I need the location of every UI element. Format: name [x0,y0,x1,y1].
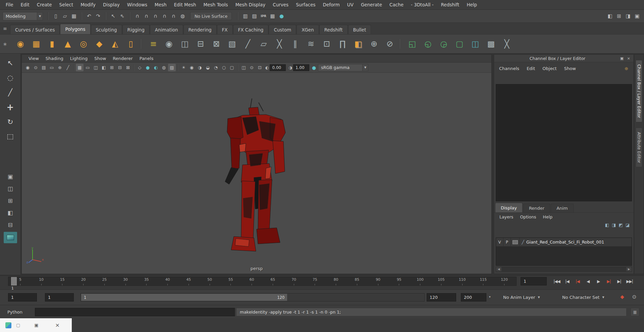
extract-icon[interactable]: ⊠ [210,38,223,50]
shelf-tab[interactable]: FX Caching [233,25,269,34]
app-icon[interactable] [5,322,11,328]
separate-icon[interactable]: ⊟ [194,38,207,50]
camera-attributes-icon[interactable]: ⊙ [32,64,40,71]
menu-item[interactable]: Surfaces [292,0,319,9]
viewport-menu-item[interactable]: Panels [136,55,157,62]
scale-tool[interactable] [4,130,17,143]
layer-name[interactable]: Giant_Red_Combat_Sci_Fi_Robot_001 [526,240,632,245]
graph-editor-layout-icon[interactable]: ⊟ [5,220,16,230]
lasso-tool[interactable]: ◌ [4,71,17,84]
multisample-icon[interactable]: ○ [220,64,228,71]
fill-hole-icon[interactable]: ▧ [226,38,238,50]
grease-pencil-icon[interactable]: ╱ [64,64,72,71]
channel-list-area[interactable] [496,84,632,201]
current-frame-marker[interactable] [11,277,17,285]
mirror-icon[interactable]: ◧ [352,38,365,50]
menu-set-selector[interactable]: Modeling ▼ [3,12,43,20]
scroll-left-icon[interactable]: ◀ [496,267,501,271]
viewport-canvas[interactable]: y x z persp [22,73,491,274]
single-pane-layout-icon[interactable]: ▣ [5,172,16,182]
workspace-side-by-side-icon[interactable]: ◨ [624,12,632,20]
transfer-attributes-icon[interactable]: ╳ [500,38,513,50]
shelf-tab[interactable]: Rendering [183,25,217,34]
resolution-gate-icon[interactable]: ◫ [92,64,100,71]
image-plane-icon[interactable]: ▭ [48,64,56,71]
layer-new-from-selected-icon[interactable]: ◨ [612,222,616,227]
time-slider[interactable]: 5101520253035404550556065707580859095100… [8,277,517,286]
create-polygon-icon[interactable]: ╱ [241,38,254,50]
duplicate-along-path-icon[interactable]: ◫ [469,38,482,50]
insert-edge-loop-icon[interactable]: ∥ [289,38,302,50]
poly-cone-icon[interactable]: ▲ [61,38,74,50]
exposure-field[interactable]: 0.00 [270,64,286,71]
ipr-render-icon[interactable]: IPR [259,12,268,20]
side-tab[interactable]: Attribute Editor [636,128,642,167]
four-pane-layout-icon[interactable]: ⊞ [5,196,16,206]
bookmark-icon[interactable]: ▤ [40,64,48,71]
viewport-menu-item[interactable]: Shading [42,55,67,62]
character-set-dropdown[interactable]: No Character Set ▼ [559,293,607,302]
step-back-key-button[interactable]: |◀ [573,277,582,285]
exposure-icon[interactable]: ◐ [265,65,269,70]
outliner-layout-icon[interactable]: ◧ [5,208,16,218]
save-scene-icon[interactable]: ▦ [70,12,78,20]
offset-edge-loop-icon[interactable]: ≋ [305,38,317,50]
bridge-icon[interactable]: ∏ [336,38,349,50]
menu-item[interactable]: Curves [269,0,292,9]
menu-item[interactable]: File [2,0,17,9]
menu-item[interactable]: Windows [123,0,151,9]
quad-draw-icon[interactable]: ▱ [257,38,270,50]
motion-blur-icon[interactable]: ◔ [212,64,220,71]
two-pane-layout-icon[interactable]: ◫ [5,184,16,194]
poly-pipe-icon[interactable]: ▯ [124,38,137,50]
menu-item[interactable]: Modify [77,0,99,9]
layer-editor-tab[interactable]: Anim [551,204,573,212]
camera-icon[interactable]: ◉ [24,64,32,71]
wireframe-icon[interactable]: ◇ [136,64,144,71]
close-window-icon[interactable]: × [55,322,60,328]
channel-box-menu-item[interactable]: Object [539,66,560,71]
poly-plane-icon[interactable]: ◆ [93,38,106,50]
boolean-union-icon[interactable]: ◱ [406,38,419,50]
exposure-contrast-icon[interactable]: ⊡ [256,64,264,71]
boolean-difference-icon[interactable]: ◵ [422,38,434,50]
poly-cube-icon[interactable]: ▦ [30,38,43,50]
animation-start-field[interactable]: 1 [8,293,37,302]
select-tool[interactable]: ↖ [4,56,17,70]
poly-sphere-icon[interactable]: ◉ [14,38,27,50]
safe-action-icon[interactable]: ⊟ [116,64,124,71]
menu-item[interactable]: Mesh Tools [200,0,232,9]
menu-item[interactable]: Mesh Display [232,0,269,9]
viewport-menu-item[interactable]: View [25,55,42,62]
render-settings-icon[interactable]: ▦ [268,12,277,20]
step-forward-frame-button[interactable]: ▶| [614,277,624,285]
play-backwards-button[interactable]: ◀ [583,277,593,285]
smooth-mesh-icon[interactable]: ◉ [163,38,175,50]
viewport-menu-item[interactable]: Renderer [109,55,136,62]
render-current-frame-icon[interactable]: ▨ [250,12,259,20]
layer-editor-menu-item[interactable]: Layers [496,214,517,219]
dock-icon[interactable]: ▣ [619,55,625,61]
layer-editor-menu-item[interactable]: Help [540,214,556,219]
viewport-menu-item[interactable]: Lighting [67,55,91,62]
channel-box-menu-item[interactable]: Show [560,66,580,71]
wireframe-on-shaded-icon[interactable]: ◍ [160,64,168,71]
menu-item[interactable]: Help [463,0,481,9]
command-line-language[interactable]: Python [5,308,34,316]
snap-to-point-icon[interactable]: ∩ [151,12,160,20]
poly-pyramid-icon[interactable]: ◭ [109,38,121,50]
layer-row[interactable]: V P ╱ Giant_Red_Combat_Sci_Fi_Robot_001 [496,238,632,247]
grid-toggle-icon[interactable]: ▦ [76,64,84,71]
manipulator-icon[interactable]: ⊕ [625,66,628,71]
shelf-tab[interactable]: FX [217,25,233,34]
use-default-material-icon[interactable]: ▨ [168,64,176,71]
workspace-full-icon[interactable]: ▣ [633,12,641,20]
live-surface-field[interactable]: No Live Surface [190,12,232,20]
go-to-end-button[interactable]: ▶▶| [625,277,634,285]
layer-visibility-toggle[interactable]: V [496,238,503,246]
new-scene-icon[interactable]: ▯ [52,12,60,20]
shelf-tab[interactable]: Bullet [348,25,371,34]
sweep-mesh-icon[interactable]: ≡ [147,38,160,50]
step-back-frame-button[interactable]: |◀ [562,277,572,285]
playback-start-field[interactable]: 1 [45,293,74,302]
